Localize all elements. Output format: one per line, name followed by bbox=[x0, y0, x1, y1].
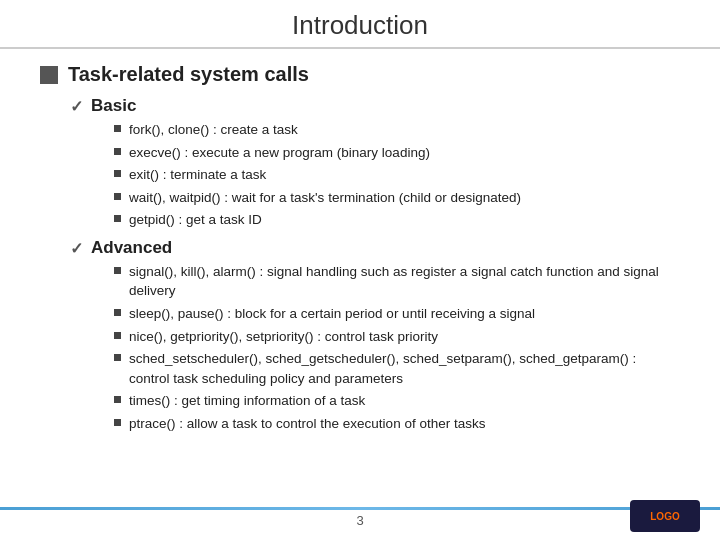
bullet-icon bbox=[114, 354, 121, 361]
section-advanced: ✓ Advanced signal(), kill(), alarm() : s… bbox=[70, 238, 680, 434]
main-bullet: Task-related system calls bbox=[40, 63, 680, 86]
slide-content: Task-related system calls ✓ Basic fork()… bbox=[0, 63, 720, 433]
slide: Introduction Task-related system calls ✓… bbox=[0, 0, 720, 540]
advanced-header: ✓ Advanced bbox=[70, 238, 680, 258]
bullet-icon bbox=[114, 332, 121, 339]
bullet-icon bbox=[114, 170, 121, 177]
list-item: getpid() : get a task ID bbox=[114, 210, 680, 230]
list-item: nice(), getpriority(), setpriority() : c… bbox=[114, 327, 680, 347]
checkmark-advanced-icon: ✓ bbox=[70, 239, 83, 258]
list-item: execve() : execute a new program (binary… bbox=[114, 143, 680, 163]
slide-title: Introduction bbox=[292, 10, 428, 40]
checkmark-basic-icon: ✓ bbox=[70, 97, 83, 116]
bullet-icon bbox=[114, 215, 121, 222]
logo: LOGO bbox=[630, 500, 700, 532]
advanced-label: Advanced bbox=[91, 238, 172, 258]
list-item: ptrace() : allow a task to control the e… bbox=[114, 414, 680, 434]
bullet-icon bbox=[114, 267, 121, 274]
logo-area: LOGO bbox=[630, 500, 700, 532]
footer-line bbox=[0, 507, 720, 510]
bullet-icon bbox=[114, 148, 121, 155]
list-item: times() : get timing information of a ta… bbox=[114, 391, 680, 411]
bullet-icon bbox=[114, 125, 121, 132]
advanced-list: signal(), kill(), alarm() : signal handl… bbox=[114, 262, 680, 434]
bullet-icon bbox=[114, 419, 121, 426]
basic-list: fork(), clone() : create a task execve()… bbox=[114, 120, 680, 230]
list-item: exit() : terminate a task bbox=[114, 165, 680, 185]
basic-header: ✓ Basic bbox=[70, 96, 680, 116]
main-bullet-text: Task-related system calls bbox=[68, 63, 309, 86]
section-basic: ✓ Basic fork(), clone() : create a task … bbox=[70, 96, 680, 230]
slide-header: Introduction bbox=[0, 0, 720, 49]
bullet-icon bbox=[114, 396, 121, 403]
main-bullet-icon bbox=[40, 66, 58, 84]
bullet-icon bbox=[114, 193, 121, 200]
list-item: sched_setscheduler(), sched_getscheduler… bbox=[114, 349, 680, 388]
footer: 3 bbox=[0, 513, 720, 528]
page-number: 3 bbox=[356, 513, 363, 528]
basic-label: Basic bbox=[91, 96, 136, 116]
list-item: sleep(), pause() : block for a certain p… bbox=[114, 304, 680, 324]
list-item: wait(), waitpid() : wait for a task's te… bbox=[114, 188, 680, 208]
list-item: fork(), clone() : create a task bbox=[114, 120, 680, 140]
list-item: signal(), kill(), alarm() : signal handl… bbox=[114, 262, 680, 301]
bullet-icon bbox=[114, 309, 121, 316]
